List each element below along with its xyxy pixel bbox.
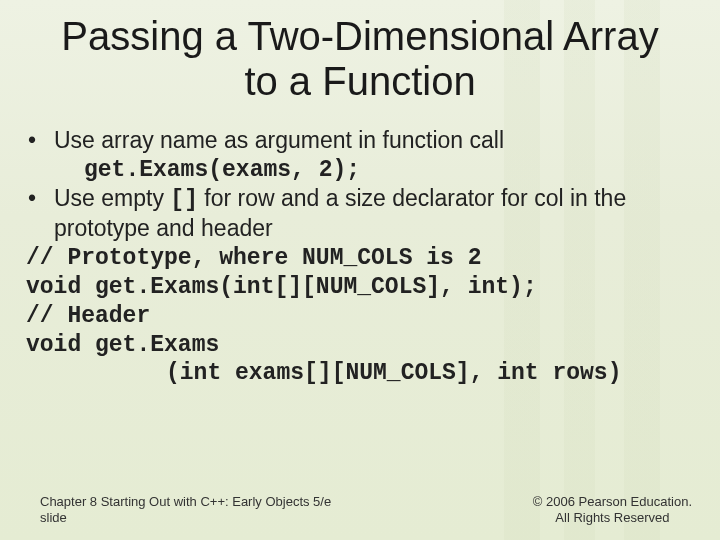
footer-right: © 2006 Pearson Education. All Rights Res… <box>533 494 692 527</box>
bullet-1-text: Use array name as argument in function c… <box>54 126 700 154</box>
bullet-1-code: get.Exams(exams, 2); <box>84 156 700 185</box>
footer-rights: All Rights Reserved <box>533 510 692 526</box>
slide-body: • Use array name as argument in function… <box>20 126 700 389</box>
bullet-1: • Use array name as argument in function… <box>26 126 700 154</box>
bullet-2a: Use empty <box>54 185 170 211</box>
code-line-4: void get.Exams <box>26 331 700 360</box>
code-line-2: void get.Exams(int[][NUM_COLS], int); <box>26 273 700 302</box>
footer-slide-label: slide <box>40 510 331 526</box>
code-line-1: // Prototype, where NUM_COLS is 2 <box>26 244 700 273</box>
slide-title: Passing a Two-Dimensional Array to a Fun… <box>60 14 660 104</box>
bullet-2-text: Use empty [] for row and a size declarat… <box>54 184 700 242</box>
footer-chapter: Chapter 8 Starting Out with C++: Early O… <box>40 494 331 510</box>
footer-left: Chapter 8 Starting Out with C++: Early O… <box>40 494 331 527</box>
bullet-2: • Use empty [] for row and a size declar… <box>26 184 700 242</box>
bullet-dot: • <box>26 184 54 242</box>
bullet-dot: • <box>26 126 54 154</box>
bullet-2-code-inline: [] <box>170 187 198 213</box>
footer-copyright: © 2006 Pearson Education. <box>533 494 692 510</box>
code-line-3: // Header <box>26 302 700 331</box>
slide-footer: Chapter 8 Starting Out with C++: Early O… <box>0 494 720 527</box>
code-line-5: (int exams[][NUM_COLS], int rows) <box>26 359 700 388</box>
